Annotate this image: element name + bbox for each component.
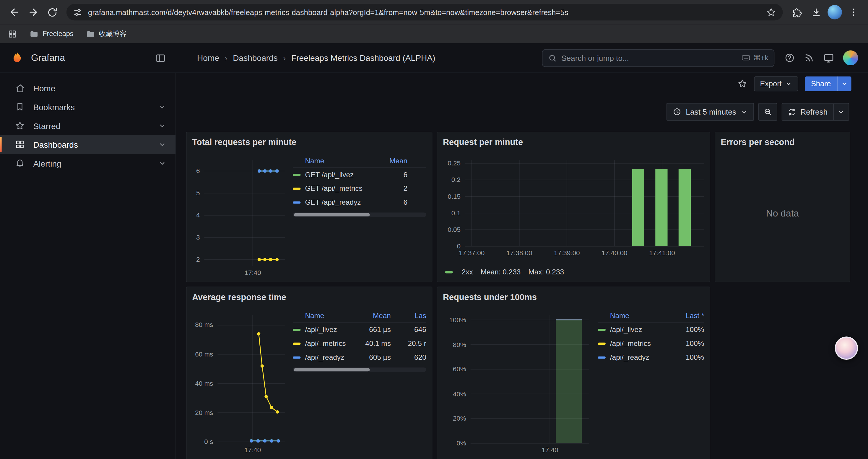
panel-title[interactable]: Requests under 100ms bbox=[443, 292, 537, 302]
y-axis-label: 0.25 bbox=[442, 160, 461, 167]
sidebar: Home Bookmarks Starred bbox=[0, 73, 176, 459]
breadcrumb-separator: › bbox=[283, 54, 286, 62]
average-response-time-chart[interactable]: 80 ms60 ms40 ms20 ms0 s17:40 bbox=[190, 312, 287, 455]
breadcrumb-dashboards[interactable]: Dashboards bbox=[233, 53, 278, 63]
legend-series[interactable]: 2xx bbox=[445, 268, 473, 276]
caret-down-icon bbox=[741, 108, 748, 115]
bookmark-item[interactable]: 收藏博客 bbox=[86, 29, 127, 38]
series-mean: 6 bbox=[372, 198, 407, 206]
legend-row[interactable]: /api/_metrics 100% bbox=[598, 336, 704, 350]
bookmark-star-icon[interactable] bbox=[766, 7, 776, 17]
total-requests-chart[interactable]: 6543217:40 bbox=[190, 157, 287, 278]
dashboard-main: Export Share Last 5 minutes bbox=[176, 73, 868, 459]
legend-col-last[interactable]: Last * bbox=[669, 312, 704, 320]
chevron-down-icon[interactable] bbox=[158, 140, 167, 149]
reload-icon[interactable] bbox=[43, 3, 61, 21]
sidebar-item-starred[interactable]: Starred bbox=[0, 116, 176, 135]
forward-icon[interactable] bbox=[24, 3, 42, 21]
grafana-logo[interactable] bbox=[10, 51, 25, 65]
legend-col-name[interactable]: Name bbox=[293, 157, 372, 165]
legend-row[interactable]: /api/_livez 661 µs 646 bbox=[293, 323, 426, 336]
legend-col-name[interactable]: Name bbox=[598, 312, 669, 320]
sidebar-item-alerting[interactable]: Alerting bbox=[0, 154, 176, 173]
requests-under-100ms-chart[interactable]: 100%80%60%40%20%0%17:40 bbox=[442, 312, 591, 455]
search-input[interactable]: Search or jump to... ⌘+k bbox=[542, 49, 774, 67]
legend-col-mean[interactable]: Mean bbox=[358, 312, 391, 320]
legend-row[interactable]: /api/_readyz 100% bbox=[598, 350, 704, 364]
browser-toolbar: grafana.mathmast.com/d/deytv4rwavabkb/fr… bbox=[0, 0, 868, 24]
legend-col-name[interactable]: Name bbox=[293, 312, 358, 320]
series-color-dash bbox=[598, 342, 606, 345]
panel-errors-per-second: Errors per second No data bbox=[715, 132, 850, 282]
panel-total-requests: Total requests per minute 6543217:40 Nam… bbox=[186, 132, 433, 282]
legend-col-last[interactable]: Las bbox=[397, 312, 426, 320]
legend-row[interactable]: GET /api/_livez 6 bbox=[293, 168, 426, 182]
legend-row[interactable]: GET /api/_metrics 2 bbox=[293, 182, 426, 196]
url-text[interactable]: grafana.mathmast.com/d/deytv4rwavabkb/fr… bbox=[88, 8, 761, 16]
legend-row[interactable]: /api/_livez 100% bbox=[598, 323, 704, 336]
legend-table: Name Mean GET /api/_livez 6 GET /api/_me… bbox=[293, 155, 426, 217]
sidebar-collapse-icon[interactable] bbox=[155, 52, 166, 63]
panel-title[interactable]: Total requests per minute bbox=[192, 137, 296, 147]
breadcrumb: Home › Dashboards › Freeleaps Metrics Da… bbox=[176, 53, 435, 63]
series-color-dash bbox=[293, 173, 301, 175]
panel-request-per-minute: Request per minute 0.250.20.150.10.05017… bbox=[437, 132, 710, 282]
sidebar-item-home[interactable]: Home bbox=[0, 78, 176, 97]
refresh-button-main[interactable]: Refresh bbox=[782, 103, 833, 120]
legend-header: Name Last * bbox=[598, 309, 704, 323]
legend-row[interactable]: /api/_metrics 40.1 ms 20.5 r bbox=[293, 336, 426, 350]
favorite-star-icon[interactable] bbox=[737, 78, 747, 89]
zoom-out-button[interactable] bbox=[758, 103, 777, 121]
series-color-dash bbox=[293, 342, 301, 345]
news-rss-icon[interactable] bbox=[804, 53, 814, 63]
time-range-picker[interactable]: Last 5 minutes bbox=[666, 103, 754, 121]
legend-table: Name Mean Las /api/_livez 661 µs 646 bbox=[293, 309, 426, 372]
site-settings-icon[interactable] bbox=[73, 7, 83, 17]
legend-row[interactable]: /api/_readyz 605 µs 620 bbox=[293, 350, 426, 364]
legend-col-mean[interactable]: Mean bbox=[372, 157, 407, 165]
breadcrumb-home[interactable]: Home bbox=[197, 53, 219, 63]
series-mean: 2 bbox=[372, 184, 407, 193]
sidebar-item-bookmarks[interactable]: Bookmarks bbox=[0, 97, 176, 117]
legend-row[interactable]: GET /api/_readyz 6 bbox=[293, 195, 426, 209]
bookmark-label: Freeleaps bbox=[42, 30, 73, 37]
bell-icon bbox=[14, 158, 25, 168]
apps-grid-icon[interactable] bbox=[8, 29, 17, 38]
scrollbar-thumb[interactable] bbox=[294, 213, 370, 216]
monitor-icon[interactable] bbox=[823, 52, 834, 63]
legend-header: Name Mean bbox=[293, 155, 426, 168]
scrollbar-thumb[interactable] bbox=[294, 368, 370, 371]
panel-requests-under-100ms: Requests under 100ms 100%80%60%40%20%0%1… bbox=[437, 287, 710, 459]
legend-scrollbar[interactable] bbox=[293, 367, 426, 372]
series-name: GET /api/_metrics bbox=[305, 184, 372, 193]
share-button-main[interactable]: Share bbox=[805, 76, 837, 91]
y-axis-label: 6 bbox=[190, 167, 200, 175]
y-axis-label: 3 bbox=[190, 234, 200, 241]
x-axis-label: 17:40 bbox=[244, 446, 261, 454]
chevron-down-icon[interactable] bbox=[158, 121, 167, 130]
chevron-down-icon[interactable] bbox=[158, 102, 167, 111]
profile-avatar[interactable] bbox=[826, 3, 844, 21]
sidebar-item-dashboards[interactable]: Dashboards bbox=[0, 135, 176, 154]
refresh-interval-caret[interactable] bbox=[833, 103, 848, 120]
series-color-dash bbox=[293, 356, 301, 358]
request-per-minute-chart[interactable]: 0.250.20.150.10.05017:37:0017:38:0017:39… bbox=[442, 157, 706, 258]
export-button[interactable]: Export bbox=[754, 76, 798, 91]
url-bar[interactable]: grafana.mathmast.com/d/deytv4rwavabkb/fr… bbox=[66, 4, 783, 21]
chevron-down-icon[interactable] bbox=[158, 159, 167, 168]
help-icon[interactable] bbox=[784, 53, 795, 63]
panel-title[interactable]: Errors per second bbox=[721, 137, 795, 147]
browser-menu-icon[interactable] bbox=[845, 3, 862, 21]
panel-title[interactable]: Request per minute bbox=[443, 137, 523, 147]
panel-title[interactable]: Average response time bbox=[192, 292, 286, 302]
back-icon[interactable] bbox=[6, 3, 23, 21]
share-button: Share bbox=[805, 76, 851, 91]
bookmark-icon bbox=[14, 102, 25, 112]
share-button-caret[interactable] bbox=[837, 76, 851, 91]
bookmark-item[interactable]: Freeleaps bbox=[29, 29, 73, 38]
extensions-icon[interactable] bbox=[788, 3, 806, 21]
user-avatar[interactable] bbox=[843, 51, 858, 66]
legend-scrollbar[interactable] bbox=[293, 213, 426, 217]
downloads-icon[interactable] bbox=[807, 3, 825, 21]
assistant-avatar[interactable] bbox=[835, 336, 858, 360]
